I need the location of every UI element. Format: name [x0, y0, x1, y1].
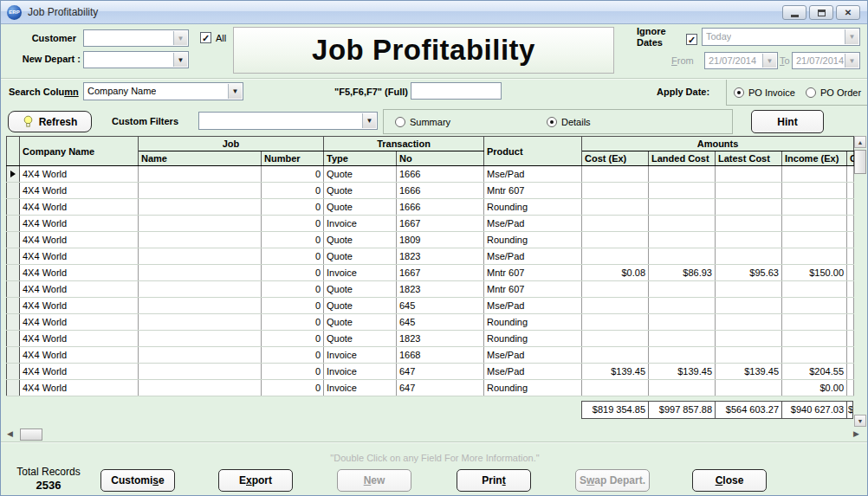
cell-no[interactable]: 1666 [397, 166, 484, 183]
cell-cost[interactable] [582, 232, 649, 248]
cell-company[interactable]: 4X4 World [20, 183, 139, 199]
cell-latest[interactable] [716, 314, 782, 331]
cell-income[interactable] [782, 183, 847, 199]
scroll-up-button[interactable]: ▲ [854, 136, 866, 148]
search-input[interactable] [411, 82, 502, 100]
cell-type[interactable]: Quote [324, 183, 397, 199]
cell-product[interactable]: Mse/Pad [484, 216, 582, 232]
cell-no[interactable]: 1823 [397, 248, 484, 265]
cell-latest[interactable] [716, 232, 782, 248]
cell-income[interactable]: $204.55 [782, 364, 847, 380]
export-button[interactable]: Export [218, 469, 293, 492]
cell-no[interactable]: 1823 [397, 331, 484, 347]
column-header-company[interactable]: Company Name [20, 137, 139, 166]
table-row[interactable]: 4X4 World0Quote1666Mntr 607 [7, 183, 854, 199]
new-depart-combobox[interactable]: ▼ [83, 51, 189, 68]
close-dialog-button[interactable]: Close [692, 469, 767, 492]
cell-cost[interactable] [582, 183, 649, 199]
hint-button[interactable]: Hint [751, 110, 824, 133]
cell-latest[interactable]: $95.63 [716, 265, 782, 281]
cell-landed[interactable] [649, 314, 716, 331]
table-row[interactable]: 4X4 World0Invoice647Rounding$0.00 [7, 380, 854, 396]
chevron-down-icon[interactable]: ▼ [173, 53, 187, 67]
cell-no[interactable]: 645 [397, 298, 484, 314]
cell-latest[interactable] [716, 281, 782, 298]
cell-name[interactable] [139, 216, 262, 232]
cell-company[interactable]: 4X4 World [20, 298, 139, 314]
row-marker-cell[interactable] [7, 314, 20, 331]
cell-income[interactable] [782, 232, 847, 248]
cell-no[interactable]: 1666 [397, 183, 484, 199]
cell-cost[interactable] [582, 281, 649, 298]
cell-company[interactable]: 4X4 World [20, 347, 139, 364]
cell-name[interactable] [139, 347, 262, 364]
row-marker-cell[interactable] [7, 265, 20, 281]
table-row[interactable]: 4X4 World0Quote1823Rounding [7, 331, 854, 347]
po-order-radio[interactable] [806, 87, 816, 98]
cell-income[interactable] [782, 248, 847, 265]
cell-type[interactable]: Quote [324, 248, 397, 265]
cell-cost[interactable] [582, 248, 649, 265]
table-row[interactable]: 4X4 World0Invoice1668Mse/Pad [7, 347, 854, 364]
cell-number[interactable]: 0 [262, 314, 324, 331]
cell-no[interactable]: 1667 [397, 265, 484, 281]
cell-company[interactable]: 4X4 World [20, 248, 139, 265]
table-row[interactable]: 4X4 World0Quote1823Mse/Pad [7, 248, 854, 265]
cell-landed[interactable] [649, 380, 716, 396]
cell-name[interactable] [139, 331, 262, 347]
row-marker-cell[interactable] [7, 199, 20, 216]
cell-no[interactable]: 647 [397, 380, 484, 396]
cell-latest[interactable] [716, 248, 782, 265]
cell-type[interactable]: Quote [324, 331, 397, 347]
cell-landed[interactable] [649, 199, 716, 216]
customer-combobox[interactable]: ▼ [83, 29, 189, 47]
cell-income[interactable] [782, 199, 847, 216]
cell-latest[interactable]: $139.45 [716, 364, 782, 380]
cell-no[interactable]: 645 [397, 314, 484, 331]
cell-no[interactable]: 1667 [397, 216, 484, 232]
table-row[interactable]: 4X4 World0Quote1823Mntr 607 [7, 281, 854, 298]
cell-number[interactable]: 0 [262, 232, 324, 248]
cell-company[interactable]: 4X4 World [20, 265, 139, 281]
column-header-landed[interactable]: Landed Cost [649, 151, 716, 166]
cell-cost[interactable] [582, 166, 649, 183]
row-marker-cell[interactable] [7, 281, 20, 298]
cell-number[interactable]: 0 [262, 265, 324, 281]
cell-product[interactable]: Rounding [484, 380, 582, 396]
cell-product[interactable]: Mse/Pad [484, 364, 582, 380]
cell-cost[interactable] [582, 298, 649, 314]
date-preset-combobox[interactable]: Today ▼ [702, 28, 860, 46]
cell-product[interactable]: Mntr 607 [484, 183, 582, 199]
row-marker-cell[interactable] [7, 232, 20, 248]
cell-product[interactable]: Rounding [484, 331, 582, 347]
new-button[interactable]: New [337, 469, 411, 492]
row-marker-cell[interactable] [7, 331, 20, 347]
column-header-income[interactable]: Income (Ex) [782, 151, 847, 166]
cell-number[interactable]: 0 [262, 183, 324, 199]
cell-no[interactable]: 1823 [397, 281, 484, 298]
row-marker-cell[interactable] [7, 216, 20, 232]
table-row[interactable]: 4X4 World0Invoice1667Mntr 607$0.08$86.93… [7, 265, 854, 281]
cell-company[interactable]: 4X4 World [20, 380, 139, 396]
column-header-cost[interactable]: Cost (Ex) [582, 151, 649, 166]
cell-landed[interactable]: $139.45 [649, 364, 716, 380]
cell-product[interactable]: Mntr 607 [484, 265, 582, 281]
cell-number[interactable]: 0 [262, 380, 324, 396]
cell-no[interactable]: 1666 [397, 199, 484, 216]
cell-latest[interactable] [716, 166, 782, 183]
cell-name[interactable] [139, 183, 262, 199]
cell-company[interactable]: 4X4 World [20, 331, 139, 347]
cell-product[interactable]: Rounding [484, 314, 582, 331]
cell-landed[interactable] [649, 281, 716, 298]
row-marker-cell[interactable] [7, 248, 20, 265]
cell-company[interactable]: 4X4 World [20, 232, 139, 248]
cell-latest[interactable] [716, 199, 782, 216]
minimize-button[interactable] [782, 5, 806, 20]
cell-company[interactable]: 4X4 World [20, 199, 139, 216]
cell-type[interactable]: Quote [324, 281, 397, 298]
close-button[interactable]: ✕ [836, 5, 860, 20]
details-radio[interactable] [547, 117, 557, 127]
cell-number[interactable]: 0 [262, 364, 324, 380]
row-marker-cell[interactable] [7, 347, 20, 364]
cell-income[interactable] [782, 314, 847, 331]
